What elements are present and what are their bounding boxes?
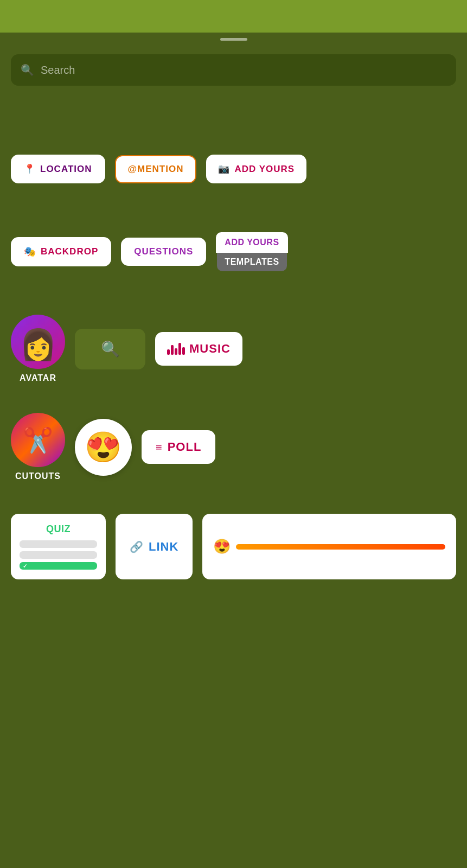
search-input[interactable] [41,64,446,76]
emoji-sticker[interactable]: 😍 [75,419,132,476]
slider-emoji: 😍 [213,538,231,555]
emoji-slider-sticker[interactable]: 😍 [202,514,456,579]
questions-label: QUESTIONS [134,246,193,257]
quiz-answer [20,562,97,570]
sticker-row-4: ✂️ CUTOUTS 😍 ≡ POLL [11,413,456,481]
search-small-icon: 🔍 [101,340,120,358]
music-bars-icon [167,343,185,355]
link-label: LINK [149,540,178,554]
sticker-row-5: QUIZ 🔗 LINK 😍 [11,514,456,579]
scissors-icon: ✂️ [23,426,53,455]
avatar-emoji: 👩 [20,330,57,360]
backdrop-label: BACKDROP [41,246,98,257]
addyours-templates-top: ADD YOURS [216,232,287,253]
top-bar [0,0,467,33]
sticker-row-3: 👩 AVATAR 🔍 MUSIC [11,315,456,383]
quiz-sticker[interactable]: QUIZ [11,514,106,579]
location-sticker[interactable]: 📍 LOCATION [11,155,105,183]
backdrop-sticker[interactable]: 🎭 BACKDROP [11,237,111,266]
camera-icon: 📷 [218,163,230,175]
link-sticker[interactable]: 🔗 LINK [116,514,193,579]
mention-label: @MENTION [128,164,184,175]
avatar-label: AVATAR [20,373,56,383]
stickers-area: 📍 LOCATION @MENTION 📷 ADD YOURS 🎭 BACKDR… [0,100,467,868]
mention-sticker[interactable]: @MENTION [115,155,197,183]
slider-track [236,544,445,550]
quiz-option-2 [20,551,97,559]
avatar-circle: 👩 [11,315,65,369]
addyours-label: ADD YOURS [234,164,295,175]
addyours-templates-sticker[interactable]: ADD YOURS TEMPLATES [216,232,287,271]
sticker-row-1: 📍 LOCATION @MENTION 📷 ADD YOURS [11,155,456,183]
music-label: MUSIC [189,342,231,356]
poll-sticker[interactable]: ≡ POLL [142,430,215,464]
cutouts-sticker[interactable]: ✂️ CUTOUTS [11,413,65,481]
quiz-title: QUIZ [20,524,97,535]
cutouts-icon: ✂️ [11,413,65,467]
search-icon: 🔍 [21,63,34,76]
drag-handle[interactable] [220,38,247,41]
questions-sticker[interactable]: QUESTIONS [121,238,206,266]
addyours-templates-bottom: TEMPLATES [217,253,286,271]
heart-eyes-emoji: 😍 [85,430,122,465]
location-icon: 📍 [24,163,36,175]
cutouts-label: CUTOUTS [15,471,61,481]
poll-icon: ≡ [156,441,162,454]
link-icon: 🔗 [130,540,143,553]
avatar-sticker[interactable]: 👩 AVATAR [11,315,65,383]
location-label: LOCATION [40,164,92,175]
search-bar[interactable]: 🔍 [11,54,456,86]
quiz-option-1 [20,540,97,548]
backdrop-icon: 🎭 [24,246,36,258]
poll-label: POLL [168,440,202,454]
sticker-row-2: 🎭 BACKDROP QUESTIONS ADD YOURS TEMPLATES [11,232,456,271]
search-small-sticker[interactable]: 🔍 [75,329,145,369]
music-sticker[interactable]: MUSIC [155,332,242,366]
addyours-sticker[interactable]: 📷 ADD YOURS [206,155,306,183]
